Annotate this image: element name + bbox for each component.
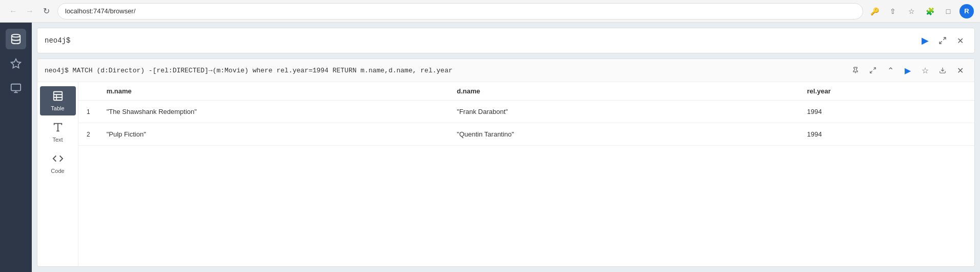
nav-buttons: ← → ↻ [6, 4, 53, 18]
url-text: localhost:7474/browser/ [65, 7, 135, 15]
profile-button[interactable]: R [959, 4, 974, 18]
forward-button[interactable]: → [23, 4, 37, 18]
close-query-button[interactable]: ✕ [953, 33, 967, 48]
col-header-mname: m.name [98, 82, 449, 101]
results-table: m.name d.name rel.year 1 "The Shawshank … [78, 82, 974, 146]
code-view-label: Code [51, 168, 64, 174]
app-sidebar [0, 23, 32, 272]
text-view-icon [52, 122, 64, 134]
extension-icon-btn[interactable]: 🧩 [923, 4, 937, 18]
col-header-dname: d.name [448, 82, 799, 101]
sidebar-item-monitor[interactable] [6, 78, 26, 99]
table-row: 2 "Pulp Fiction" "Quentin Tarantino" 199… [78, 123, 974, 146]
sidebar-item-database[interactable] [6, 29, 26, 49]
chevron-up-button[interactable]: ⌃ [883, 63, 897, 77]
table-content: m.name d.name rel.year 1 "The Shawshank … [78, 82, 974, 266]
result-panel: neo4j$ MATCH (d:Director) -[rel:DIRECTED… [37, 59, 975, 267]
star-result-button[interactable]: ☆ [918, 63, 932, 77]
cell-dname: "Frank Darabont" [448, 101, 799, 123]
svg-line-6 [940, 41, 942, 44]
col-header-num [78, 82, 98, 101]
cell-mname: "Pulp Fiction" [98, 123, 449, 146]
close-result-button[interactable]: ✕ [953, 63, 967, 77]
table-row: 1 "The Shawshank Redemption" "Frank Dara… [78, 101, 974, 123]
browser-chrome: ← → ↻ localhost:7474/browser/ 🔑 ⇧ ☆ 🧩 □ … [0, 0, 980, 23]
window-icon-btn[interactable]: □ [941, 4, 955, 18]
cell-mname: "The Shawshank Redemption" [98, 101, 449, 123]
result-body: Table Text [37, 82, 974, 266]
sidebar-item-favorites[interactable] [6, 53, 26, 74]
cell-dname: "Quentin Tarantino" [448, 123, 799, 146]
svg-line-5 [943, 37, 946, 40]
svg-line-9 [870, 71, 872, 73]
query-bar-actions: ▶ ✕ [918, 33, 967, 48]
table-header-row: m.name d.name rel.year [78, 82, 974, 101]
row-number: 2 [78, 123, 98, 146]
col-header-year: rel.year [799, 82, 975, 101]
view-option-text[interactable]: Text [40, 118, 76, 147]
query-input[interactable] [45, 36, 914, 45]
bookmark-icon-btn[interactable]: ☆ [904, 4, 918, 18]
back-button[interactable]: ← [6, 4, 21, 18]
svg-marker-1 [11, 59, 21, 68]
text-view-label: Text [52, 137, 63, 143]
table-view-label: Table [51, 105, 64, 111]
code-view-icon [52, 153, 64, 166]
table-view-icon [52, 90, 64, 103]
view-option-code[interactable]: Code [40, 149, 76, 178]
pin-result-button[interactable] [848, 63, 863, 77]
reload-button[interactable]: ↻ [39, 4, 53, 18]
key-icon-btn[interactable]: 🔑 [867, 4, 882, 18]
main-content: ▶ ✕ neo4j$ MATCH (d:Director) -[rel:DIRE… [32, 23, 980, 272]
cell-year: 1994 [799, 123, 975, 146]
app-layout: ▶ ✕ neo4j$ MATCH (d:Director) -[rel:DIRE… [0, 23, 980, 272]
address-bar[interactable]: localhost:7474/browser/ [57, 3, 863, 20]
view-option-table[interactable]: Table [40, 86, 76, 115]
download-result-button[interactable] [935, 63, 950, 77]
browser-actions: 🔑 ⇧ ☆ 🧩 □ R [867, 4, 974, 18]
view-sidebar: Table Text [37, 82, 78, 266]
run-query-button[interactable]: ▶ [918, 33, 932, 48]
svg-line-8 [873, 68, 875, 70]
share-icon-btn[interactable]: ⇧ [886, 4, 900, 18]
query-display: neo4j$ MATCH (d:Director) -[rel:DIRECTED… [45, 67, 848, 74]
svg-rect-11 [53, 92, 62, 101]
svg-point-0 [12, 34, 21, 37]
cell-year: 1994 [799, 101, 975, 123]
svg-rect-2 [11, 84, 21, 91]
result-actions: ⌃ ▶ ☆ ✕ [848, 63, 967, 77]
expand-result-button[interactable] [866, 63, 880, 77]
run-result-button[interactable]: ▶ [901, 63, 915, 77]
query-bar: ▶ ✕ [37, 28, 975, 53]
expand-query-button[interactable] [935, 33, 950, 48]
row-number: 1 [78, 101, 98, 123]
result-header: neo4j$ MATCH (d:Director) -[rel:DIRECTED… [37, 59, 974, 82]
